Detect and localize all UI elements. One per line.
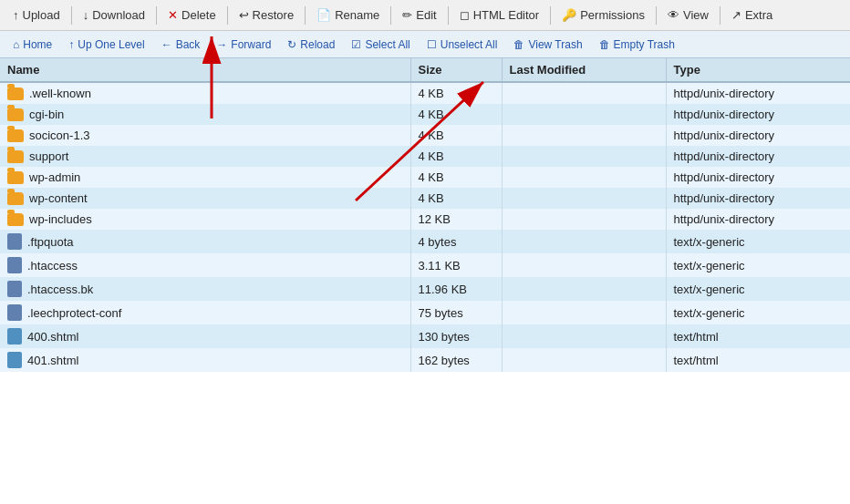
column-type[interactable]: Type xyxy=(666,58,850,82)
folder-icon xyxy=(7,171,24,184)
home-button[interactable]: ⌂ Home xyxy=(5,36,59,53)
file-name-cell: cgi-bin xyxy=(0,104,410,125)
table-row[interactable]: .htaccess.bk11.96 KBtext/x-generic xyxy=(0,277,850,301)
up-one-level-button[interactable]: ↑ Up One Level xyxy=(61,36,151,53)
empty-trash-label: Empty Trash xyxy=(614,38,675,51)
file-type-cell: text/x-generic xyxy=(666,230,850,253)
folder-icon xyxy=(7,129,24,142)
table-row[interactable]: 401.shtml162 bytestext/html xyxy=(0,348,850,372)
forward-label: Forward xyxy=(231,38,271,51)
delete-button[interactable]: ✕ Delete xyxy=(161,5,223,25)
table-row[interactable]: support4 KBhttpd/unix-directory xyxy=(0,146,850,167)
edit-icon: ✏ xyxy=(402,8,412,22)
edit-button[interactable]: ✏ Edit xyxy=(395,5,443,25)
delete-label: Delete xyxy=(181,8,216,22)
file-size-cell: 12 KB xyxy=(410,209,502,230)
text-file-icon xyxy=(7,281,22,297)
file-type-cell: text/html xyxy=(666,324,850,348)
extra-button[interactable]: ↗ Extra xyxy=(724,5,780,25)
restore-label: Restore xyxy=(253,8,295,22)
separator-2 xyxy=(156,6,157,25)
separator-1 xyxy=(71,6,72,25)
table-row[interactable]: wp-content4 KBhttpd/unix-directory xyxy=(0,188,850,209)
file-type-cell: httpd/unix-directory xyxy=(666,188,850,209)
folder-icon xyxy=(7,150,24,163)
html-editor-button[interactable]: ◻ HTML Editor xyxy=(452,5,546,25)
table-row[interactable]: .ftpquota4 bytestext/x-generic xyxy=(0,230,850,253)
file-size-cell: 130 bytes xyxy=(410,324,502,348)
rename-button[interactable]: 📄 Rename xyxy=(309,5,387,25)
reload-label: Reload xyxy=(300,38,335,51)
file-type-cell: text/x-generic xyxy=(666,277,850,301)
edit-label: Edit xyxy=(416,8,436,22)
select-all-checkbox-icon: ☑ xyxy=(351,38,361,51)
permissions-button[interactable]: 🔑 Permissions xyxy=(555,5,652,25)
empty-trash-icon: 🗑 xyxy=(599,38,610,51)
file-size-cell: 11.96 KB xyxy=(410,277,502,301)
file-name-cell: .htaccess xyxy=(0,253,410,277)
permissions-label: Permissions xyxy=(580,8,645,22)
file-name-cell: .leechprotect-conf xyxy=(0,301,410,324)
view-button[interactable]: 👁 View xyxy=(660,5,716,25)
file-name-cell: .ftpquota xyxy=(0,230,410,253)
separator-8 xyxy=(656,6,657,25)
file-type-cell: httpd/unix-directory xyxy=(666,146,850,167)
view-trash-icon: 🗑 xyxy=(513,38,524,51)
column-size[interactable]: Size xyxy=(410,58,502,82)
view-trash-button[interactable]: 🗑 View Trash xyxy=(506,36,589,53)
home-label: Home xyxy=(23,38,52,51)
table-row[interactable]: wp-admin4 KBhttpd/unix-directory xyxy=(0,167,850,188)
unselect-all-button[interactable]: ☐ Unselect All xyxy=(420,36,505,53)
file-name: wp-admin xyxy=(29,170,80,184)
file-table-container: Name Size Last Modified Type .well-known… xyxy=(0,58,850,504)
extra-icon: ↗ xyxy=(731,8,741,22)
empty-trash-button[interactable]: 🗑 Empty Trash xyxy=(592,36,682,53)
file-size-cell: 75 bytes xyxy=(410,301,502,324)
file-name: wp-content xyxy=(29,191,88,205)
file-modified-cell xyxy=(502,230,666,253)
table-row[interactable]: .well-known4 KBhttpd/unix-directory xyxy=(0,82,850,104)
file-name: .leechprotect-conf xyxy=(27,306,121,320)
file-size-cell: 162 bytes xyxy=(410,348,502,372)
folder-icon xyxy=(7,213,24,226)
table-row[interactable]: wp-includes12 KBhttpd/unix-directory xyxy=(0,209,850,230)
back-icon: ← xyxy=(161,38,172,51)
download-button[interactable]: ↓ Download xyxy=(76,5,152,25)
file-modified-cell xyxy=(502,348,666,372)
file-modified-cell xyxy=(502,253,666,277)
select-all-button[interactable]: ☑ Select All xyxy=(344,36,417,53)
file-name: .well-known xyxy=(29,87,91,100)
file-size-cell: 4 bytes xyxy=(410,230,502,253)
table-row[interactable]: .leechprotect-conf75 bytestext/x-generic xyxy=(0,301,850,324)
file-modified-cell xyxy=(502,188,666,209)
download-icon: ↓ xyxy=(83,8,89,22)
file-type-cell: httpd/unix-directory xyxy=(666,82,850,104)
upload-label: Upload xyxy=(23,8,60,22)
file-table: Name Size Last Modified Type .well-known… xyxy=(0,58,850,372)
table-row[interactable]: 400.shtml130 bytestext/html xyxy=(0,324,850,348)
upload-icon: ↑ xyxy=(13,8,19,22)
column-modified[interactable]: Last Modified xyxy=(502,58,666,82)
file-type-cell: text/x-generic xyxy=(666,301,850,324)
upload-button[interactable]: ↑ Upload xyxy=(5,5,67,25)
column-name[interactable]: Name xyxy=(0,58,410,82)
folder-icon xyxy=(7,192,24,205)
file-name-cell: wp-includes xyxy=(0,209,410,230)
file-name-cell: 400.shtml xyxy=(0,324,410,348)
restore-button[interactable]: ↩ Restore xyxy=(232,5,302,25)
table-row[interactable]: socicon-1.34 KBhttpd/unix-directory xyxy=(0,125,850,146)
folder-icon xyxy=(7,87,24,100)
rename-label: Rename xyxy=(335,8,379,22)
file-modified-cell xyxy=(502,324,666,348)
file-type-cell: httpd/unix-directory xyxy=(666,209,850,230)
nav-bar: ⌂ Home ↑ Up One Level ← Back → Forward ↻… xyxy=(0,31,850,58)
unselect-all-checkbox-icon: ☐ xyxy=(427,38,437,51)
table-row[interactable]: cgi-bin4 KBhttpd/unix-directory xyxy=(0,104,850,125)
reload-button[interactable]: ↻ Reload xyxy=(280,36,342,53)
forward-button[interactable]: → Forward xyxy=(209,36,278,53)
home-icon: ⌂ xyxy=(13,38,19,51)
download-label: Download xyxy=(92,8,145,22)
back-button[interactable]: ← Back xyxy=(154,36,208,53)
file-name-cell: wp-admin xyxy=(0,167,410,188)
table-row[interactable]: .htaccess3.11 KBtext/x-generic xyxy=(0,253,850,277)
